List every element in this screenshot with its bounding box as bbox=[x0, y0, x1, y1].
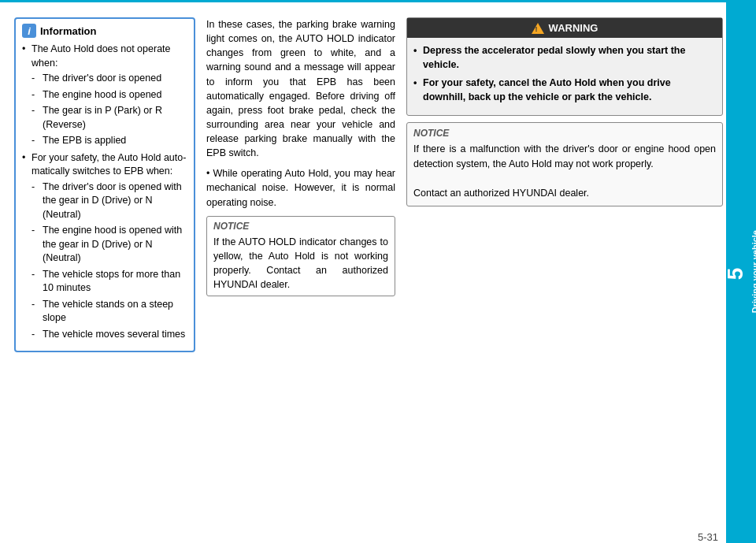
middle-notice-label: NOTICE bbox=[213, 221, 388, 232]
info-header: i Information bbox=[22, 24, 187, 38]
middle-para-2: • While operating Auto Hold, you may hea… bbox=[206, 166, 395, 209]
info-title: Information bbox=[40, 25, 97, 37]
main-content: i Information The Auto Hold does not ope… bbox=[14, 9, 723, 529]
sub-item-2-2: The engine hood is opened with the gear … bbox=[32, 224, 187, 266]
info-bullet-1: The Auto Hold does not operate when: The… bbox=[22, 43, 187, 148]
sub-item-2-3: The vehicle stops for more than 10 minut… bbox=[32, 268, 187, 296]
sub-item-1-2: The engine hood is opened bbox=[32, 88, 187, 102]
chapter-label: Driving your vehicle bbox=[750, 230, 756, 313]
warning-bullet-list: Depress the accelerator pedal slowly whe… bbox=[407, 44, 722, 104]
chapter-tab: 5 Driving your vehicle bbox=[726, 0, 756, 543]
warning-header: WARNING bbox=[407, 18, 722, 38]
sub-item-1-4: The EPB is applied bbox=[32, 134, 187, 148]
sub-list-1: The driver's door is opened The engine h… bbox=[32, 72, 187, 148]
right-notice-text: If there is a malfunction with the drive… bbox=[413, 142, 716, 201]
warning-label: WARNING bbox=[549, 22, 598, 34]
info-bullet-2: For your safety, the Auto Hold auto-mati… bbox=[22, 151, 187, 342]
top-border bbox=[0, 0, 756, 2]
warning-box: WARNING Depress the accelerator pedal sl… bbox=[406, 17, 723, 116]
sub-item-2-1: The driver's door is opened with the gea… bbox=[32, 180, 187, 222]
sub-item-1-1: The driver's door is opened bbox=[32, 72, 187, 86]
middle-notice-text: If the AUTO HOLD indicator changes to ye… bbox=[213, 235, 388, 292]
middle-notice-box: NOTICE If the AUTO HOLD indicator change… bbox=[206, 216, 395, 297]
three-column-layout: i Information The Auto Hold does not ope… bbox=[14, 17, 723, 360]
right-column: WARNING Depress the accelerator pedal sl… bbox=[406, 17, 723, 360]
left-column: i Information The Auto Hold does not ope… bbox=[14, 17, 195, 360]
middle-para-1: In these cases, the parking brake warnin… bbox=[206, 17, 395, 160]
info-box: i Information The Auto Hold does not ope… bbox=[14, 17, 195, 352]
sub-item-2-5: The vehicle moves several times bbox=[32, 328, 187, 342]
sub-item-2-4: The vehicle stands on a steep slope bbox=[32, 298, 187, 325]
tab-content: 5 Driving your vehicle bbox=[721, 230, 756, 313]
right-notice-label: NOTICE bbox=[413, 128, 716, 139]
right-notice-box: NOTICE If there is a malfunction with th… bbox=[406, 122, 723, 206]
warning-bullet-2: For your safety, cancel the Auto Hold wh… bbox=[413, 76, 716, 104]
chapter-number: 5 bbox=[721, 235, 750, 313]
page-number: 5-31 bbox=[698, 531, 718, 543]
info-bullet-list: The Auto Hold does not operate when: The… bbox=[22, 43, 187, 341]
warning-triangle-icon bbox=[532, 23, 544, 34]
sub-list-2: The driver's door is opened with the gea… bbox=[32, 180, 187, 342]
sub-item-1-3: The gear is in P (Park) or R (Reverse) bbox=[32, 104, 187, 132]
info-icon: i bbox=[22, 24, 36, 38]
middle-column: In these cases, the parking brake warnin… bbox=[206, 17, 395, 360]
middle-para-2-bullet: • bbox=[206, 168, 213, 179]
warning-bullet-1: Depress the accelerator pedal slowly whe… bbox=[413, 44, 716, 72]
